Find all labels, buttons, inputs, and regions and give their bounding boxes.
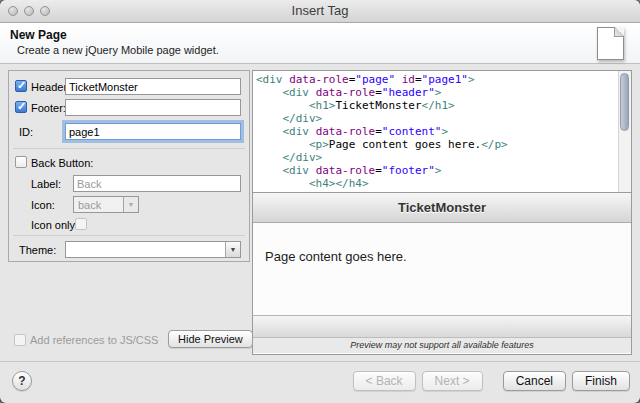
page-subtitle: Create a new jQuery Mobile page widget. — [17, 44, 219, 56]
footer-input[interactable] — [65, 99, 241, 116]
label-label: Label: — [31, 178, 61, 190]
icon-only-checkbox[interactable] — [75, 218, 87, 230]
back-button[interactable]: < Back — [353, 371, 416, 391]
add-references-label: Add references to JS/CSS — [30, 334, 158, 346]
code-editor[interactable]: <div data-role="page" id="page1"> <div d… — [252, 70, 632, 193]
code-line: <div data-role="header"> — [256, 86, 618, 99]
footer-label: Footer: — [31, 102, 66, 114]
code-line: <div data-role="footer"> — [256, 164, 618, 177]
separator — [0, 361, 640, 362]
add-references-checkbox[interactable] — [14, 334, 26, 346]
cancel-button[interactable]: Cancel — [503, 371, 566, 391]
preview-page-content: Page content goes here. — [253, 223, 631, 315]
theme-combo[interactable]: ▼ — [65, 241, 241, 258]
code-line: </div> — [256, 151, 618, 164]
code-scrollbar[interactable] — [618, 71, 631, 192]
icon-combo[interactable]: back ▼ — [73, 196, 139, 213]
window-title: Insert Tag — [0, 0, 640, 22]
page-title: New Page — [10, 28, 67, 42]
header-checkbox[interactable] — [15, 80, 27, 92]
minimize-button[interactable] — [24, 6, 34, 16]
close-button[interactable] — [8, 6, 18, 16]
traffic-lights — [8, 6, 50, 16]
preview-page-header: TicketMonster — [253, 193, 631, 223]
hide-preview-button[interactable]: Hide Preview — [168, 330, 253, 348]
back-button-label: Back Button: — [31, 157, 93, 169]
code-line: <p>Page content goes here.</p> — [256, 138, 618, 151]
code-line: </div> — [256, 190, 618, 192]
id-input[interactable] — [65, 123, 241, 140]
icon-label: Icon: — [31, 199, 55, 211]
zoom-button[interactable] — [40, 6, 50, 16]
new-page-icon — [597, 27, 624, 60]
back-label-input[interactable] — [73, 175, 241, 192]
scrollbar-thumb[interactable] — [620, 73, 629, 131]
form-group: Header: Footer: ID: Back Button: Label: … — [8, 70, 250, 262]
preview-page-footer — [253, 315, 631, 337]
titlebar: Insert Tag — [0, 0, 640, 23]
id-label: ID: — [19, 126, 33, 138]
code-line: <h1>TicketMonster</h1> — [256, 99, 618, 112]
separator — [13, 148, 245, 149]
dialog-buttons: < Back Next > Cancel Finish — [353, 371, 630, 391]
finish-button[interactable]: Finish — [572, 371, 630, 391]
next-button[interactable]: Next > — [422, 371, 483, 391]
footer-checkbox[interactable] — [15, 101, 27, 113]
insert-tag-dialog: Insert Tag New Page Create a new jQuery … — [0, 0, 640, 403]
preview-panel: TicketMonster Page content goes here. Pr… — [252, 193, 632, 355]
preview-note: Preview may not support all available fe… — [253, 337, 631, 353]
wizard-header: New Page Create a new jQuery Mobile page… — [0, 23, 640, 64]
theme-label: Theme: — [19, 244, 56, 256]
icon-only-label: Icon only: — [31, 219, 78, 231]
icon-combo-value: back — [78, 199, 101, 211]
separator — [13, 235, 245, 236]
code-line: <h4></h4> — [256, 177, 618, 190]
help-button[interactable]: ? — [12, 371, 32, 391]
code-line: </div> — [256, 112, 618, 125]
back-button-checkbox[interactable] — [15, 156, 27, 168]
code-line: <div data-role="page" id="page1"> — [256, 73, 618, 86]
theme-combo-arrow-icon[interactable]: ▼ — [225, 242, 240, 257]
code-lines: <div data-role="page" id="page1"> <div d… — [256, 73, 618, 192]
header-input[interactable] — [65, 78, 241, 95]
code-line: <div data-role="content"> — [256, 125, 618, 138]
icon-combo-arrow-icon[interactable]: ▼ — [123, 197, 138, 212]
